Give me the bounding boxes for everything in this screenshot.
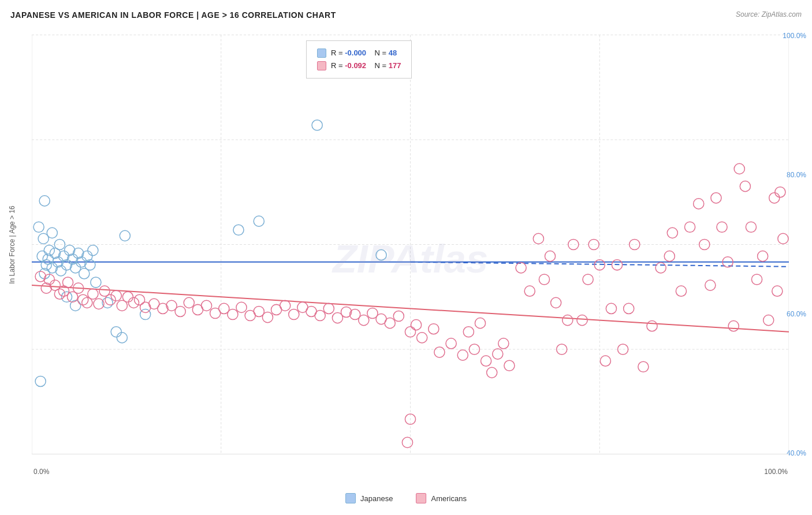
svg-point-136: [638, 361, 649, 372]
svg-point-112: [481, 356, 491, 366]
svg-point-93: [323, 303, 334, 314]
svg-point-152: [746, 222, 756, 232]
svg-point-121: [545, 251, 555, 262]
svg-point-76: [175, 306, 185, 316]
svg-point-34: [33, 222, 44, 232]
svg-point-142: [684, 222, 695, 232]
svg-point-41: [61, 292, 72, 302]
svg-point-38: [39, 196, 50, 206]
svg-point-157: [772, 286, 783, 296]
legend-japanese-box: [345, 493, 356, 503]
svg-point-79: [201, 300, 211, 311]
svg-point-103: [411, 320, 422, 330]
svg-point-111: [475, 318, 485, 329]
chart-container: JAPANESE VS AMERICAN IN LABOR FORCE | AG…: [0, 0, 812, 515]
svg-point-77: [184, 297, 194, 308]
svg-point-155: [763, 315, 774, 326]
svg-point-151: [740, 181, 750, 192]
svg-text:ZIPAtlas: ZIPAtlas: [331, 237, 488, 281]
svg-point-137: [647, 321, 657, 331]
svg-point-125: [568, 239, 579, 249]
svg-point-46: [120, 230, 130, 241]
svg-point-70: [128, 297, 139, 308]
svg-point-92: [315, 310, 325, 320]
svg-point-150: [734, 163, 744, 174]
svg-point-63: [88, 289, 98, 299]
svg-point-88: [280, 300, 290, 311]
chart-legend: Japanese Americans: [345, 493, 467, 503]
svg-point-108: [457, 350, 468, 360]
svg-point-138: [655, 263, 666, 273]
legend-americans-label: Americans: [431, 494, 466, 503]
svg-point-160: [402, 437, 412, 447]
svg-point-104: [417, 333, 427, 343]
svg-point-124: [563, 315, 573, 326]
svg-point-128: [588, 239, 599, 249]
svg-point-39: [35, 376, 46, 386]
svg-point-44: [111, 327, 121, 337]
svg-point-106: [434, 347, 445, 357]
svg-point-114: [493, 349, 503, 359]
svg-point-105: [429, 324, 439, 334]
y-tick-40: 40.0%: [787, 449, 806, 457]
legend-japanese-stats: R = -0.000 N = 48: [331, 47, 397, 59]
svg-point-159: [778, 233, 788, 244]
svg-point-100: [385, 318, 395, 329]
svg-point-147: [717, 222, 727, 232]
svg-point-86: [262, 312, 273, 322]
svg-point-66: [105, 294, 116, 305]
svg-point-135: [630, 239, 640, 249]
svg-point-113: [487, 367, 497, 378]
svg-point-117: [516, 263, 526, 273]
svg-point-69: [122, 292, 133, 302]
source-label: Source: ZipAtlas.com: [736, 10, 802, 18]
chart-legend-box: R = -0.000 N = 48 R = -0.092 N = 177: [306, 40, 412, 79]
x-label-100: 100.0%: [764, 468, 788, 476]
legend-americans-row: R = -0.092 N = 177: [317, 59, 401, 72]
svg-point-49: [233, 225, 244, 235]
svg-point-118: [524, 286, 535, 296]
svg-point-37: [54, 239, 65, 249]
svg-point-45: [117, 333, 127, 343]
svg-point-134: [624, 303, 634, 314]
legend-japanese: Japanese: [345, 493, 393, 503]
y-tick-80: 80.0%: [787, 171, 806, 179]
svg-point-126: [577, 315, 587, 326]
svg-point-97: [359, 315, 369, 326]
chart-title: JAPANESE VS AMERICAN IN LABOR FORCE | AG…: [10, 10, 336, 20]
svg-point-131: [606, 303, 616, 314]
svg-point-119: [533, 233, 543, 244]
svg-point-122: [551, 297, 561, 308]
svg-point-32: [85, 260, 95, 270]
svg-point-33: [88, 245, 98, 256]
svg-point-143: [694, 199, 704, 209]
svg-point-83: [236, 302, 247, 312]
svg-point-140: [667, 227, 677, 238]
svg-point-71: [134, 294, 144, 305]
svg-point-120: [539, 274, 549, 285]
svg-point-89: [289, 309, 299, 319]
svg-point-22: [55, 266, 66, 276]
svg-point-102: [405, 327, 415, 337]
y-axis-label: In Labor Force | Age > 16: [8, 206, 16, 284]
svg-point-109: [463, 327, 474, 337]
svg-point-50: [312, 120, 322, 130]
legend-japanese-row: R = -0.000 N = 48: [317, 47, 401, 59]
legend-americans: Americans: [416, 493, 466, 503]
svg-point-146: [711, 193, 721, 203]
svg-point-153: [751, 274, 762, 285]
svg-point-139: [664, 251, 675, 262]
svg-point-115: [498, 338, 509, 349]
svg-point-127: [583, 274, 593, 285]
legend-japanese-square: [317, 48, 326, 58]
svg-point-158: [775, 187, 785, 197]
legend-japanese-label: Japanese: [360, 494, 393, 503]
svg-point-130: [600, 356, 610, 366]
svg-point-141: [676, 286, 686, 296]
svg-point-48: [254, 216, 264, 226]
legend-americans-box: [416, 493, 426, 503]
svg-point-36: [47, 227, 57, 238]
scatter-chart: ZIPAtlas: [32, 32, 789, 457]
svg-point-154: [758, 251, 768, 262]
svg-point-149: [728, 321, 739, 331]
